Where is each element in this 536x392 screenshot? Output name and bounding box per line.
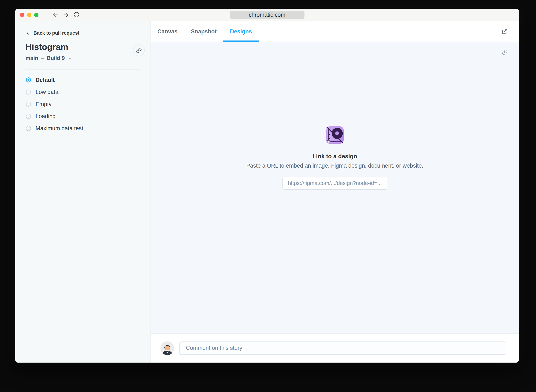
copy-story-link-button[interactable]: [133, 44, 145, 56]
branch-name: main: [25, 55, 38, 61]
link-icon: [136, 48, 142, 53]
story-item-empty[interactable]: Empty: [25, 98, 140, 110]
tab-snapshot[interactable]: Snapshot: [184, 21, 223, 42]
link-design-heading: Link to a design: [312, 153, 357, 160]
designs-panel: Link to a design Paste a URL to embed an…: [151, 42, 519, 333]
radio-icon: [26, 126, 31, 131]
avatar: [160, 341, 174, 355]
minimize-button[interactable]: [27, 13, 31, 17]
separator: –: [41, 55, 44, 61]
sidebar-divider: [25, 69, 140, 70]
url-bar[interactable]: chromatic.com: [230, 11, 304, 19]
story-item-maximum-data-test[interactable]: Maximum data test: [25, 122, 140, 135]
reload-icon: [73, 12, 80, 18]
comment-bar: [151, 333, 519, 363]
branch-build-selector[interactable]: main – Build 9: [25, 55, 140, 61]
story-label: Default: [36, 77, 55, 83]
story-item-loading[interactable]: Loading: [25, 110, 140, 122]
zoom-button[interactable]: [34, 13, 38, 17]
arrow-right-icon: [63, 12, 69, 18]
tab-label: Designs: [230, 28, 252, 35]
radio-icon: [26, 102, 31, 107]
comment-input[interactable]: [179, 341, 506, 355]
radio-selected-icon: [26, 77, 31, 82]
url-text: chromatic.com: [249, 12, 286, 18]
main-panel: Canvas Snapshot Designs: [151, 21, 519, 363]
panel-copy-link-button[interactable]: [500, 47, 510, 57]
story-list: Default Low data Empty Loading Maximum d…: [25, 74, 140, 135]
page-title: Histogram: [25, 42, 140, 52]
sidebar: Back to pull request Histogram main – Bu…: [15, 21, 151, 363]
browser-window: chromatic.com Back to pull request Histo…: [15, 9, 519, 363]
link-icon: [502, 49, 507, 55]
tab-bar: Canvas Snapshot Designs: [151, 21, 519, 42]
chevron-left-icon: [25, 31, 30, 36]
tabbar-spacer: [258, 21, 500, 42]
tab-designs[interactable]: Designs: [223, 21, 258, 42]
avatar-image: [160, 341, 174, 355]
tab-label: Snapshot: [191, 28, 217, 35]
story-label: Maximum data test: [36, 125, 83, 132]
arrow-left-icon: [53, 12, 59, 18]
open-external-button[interactable]: [500, 27, 510, 37]
external-link-icon: [502, 29, 507, 34]
back-to-pull-request-link[interactable]: Back to pull request: [25, 30, 79, 36]
chevron-down-icon: [67, 56, 72, 61]
close-button[interactable]: [20, 13, 24, 17]
window-controls: [20, 13, 38, 17]
design-url-input[interactable]: [282, 177, 387, 190]
design-tool-icon: [326, 126, 344, 144]
reload-button[interactable]: [72, 10, 81, 19]
story-label: Loading: [36, 113, 56, 120]
browser-toolbar: chromatic.com: [15, 9, 519, 21]
story-label: Low data: [36, 89, 58, 95]
forward-button[interactable]: [62, 10, 71, 19]
radio-icon: [26, 89, 31, 94]
radio-icon: [26, 114, 31, 119]
link-design-description: Paste a URL to embed an image, Figma des…: [246, 163, 423, 169]
story-item-default[interactable]: Default: [25, 74, 140, 86]
story-item-low-data[interactable]: Low data: [25, 86, 140, 98]
tab-label: Canvas: [158, 28, 177, 35]
back-button[interactable]: [51, 10, 60, 19]
tab-canvas[interactable]: Canvas: [151, 21, 184, 42]
back-link-label: Back to pull request: [34, 30, 79, 36]
build-label: Build 9: [47, 55, 65, 61]
app-frame: Back to pull request Histogram main – Bu…: [15, 21, 519, 363]
story-label: Empty: [36, 101, 52, 107]
